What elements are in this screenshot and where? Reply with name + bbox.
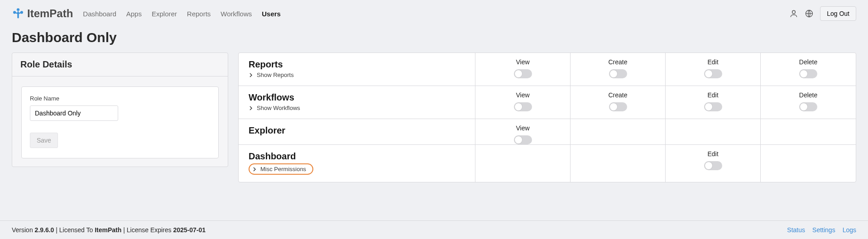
toggle-reports-edit[interactable]: [704, 69, 722, 78]
svg-point-3: [792, 10, 796, 14]
perm-cell-empty: [571, 119, 666, 144]
role-name-label: Role Name: [30, 95, 210, 102]
permissions-table: Reports Show Reports View Create Edit De…: [238, 53, 856, 182]
toggle-workflows-delete[interactable]: [799, 102, 817, 111]
perm-row-workflows: Workflows Show Workflows View Create Edi…: [239, 86, 856, 119]
perm-expand-dashboard[interactable]: Misc Permissions: [249, 163, 313, 175]
nav-item-dashboard[interactable]: Dashboard: [83, 10, 116, 18]
footer: Version 2.9.6.0 | Licensed To ItemPath |…: [0, 220, 868, 239]
toggle-reports-view[interactable]: [514, 69, 532, 78]
perm-cell-empty: [761, 145, 856, 182]
toggle-workflows-edit[interactable]: [704, 102, 722, 111]
perm-cell-empty: [666, 119, 761, 144]
role-details-header: Role Details: [12, 53, 228, 76]
main-nav: Dashboard Apps Explorer Reports Workflow…: [83, 10, 281, 18]
page-title: Dashboard Only: [0, 24, 868, 53]
toggle-dashboard-edit[interactable]: [704, 161, 722, 170]
chevron-right-icon: [252, 167, 257, 172]
brand-logo[interactable]: ItemPath: [12, 7, 73, 20]
perm-col-create: Create: [608, 58, 627, 66]
topbar-right: Log Out: [789, 6, 856, 21]
toggle-reports-delete[interactable]: [799, 69, 817, 78]
perm-title: Workflows: [249, 92, 466, 103]
perm-expand-workflows[interactable]: Show Workflows: [249, 105, 466, 111]
perm-row-explorer: Explorer View: [239, 119, 856, 145]
content-area: Role Details Role Name Save Reports Show…: [0, 53, 868, 182]
perm-col-delete: Delete: [799, 91, 817, 99]
footer-links: Status Settings Logs: [787, 226, 856, 234]
role-details-form: Role Name Save: [21, 86, 219, 158]
perm-sub-label: Misc Permissions: [260, 166, 306, 172]
brand-name: ItemPath: [27, 7, 73, 20]
chevron-right-icon: [249, 73, 253, 77]
nav-item-apps[interactable]: Apps: [126, 10, 142, 18]
perm-cell-empty: [571, 145, 666, 182]
footer-link-status[interactable]: Status: [787, 226, 805, 234]
perm-cell-empty: [475, 145, 571, 182]
user-icon[interactable]: [789, 9, 798, 18]
nav-item-explorer[interactable]: Explorer: [152, 10, 177, 18]
perm-row-dashboard: Dashboard Misc Permissions Edit: [239, 145, 856, 182]
toggle-workflows-create[interactable]: [609, 102, 627, 111]
globe-icon[interactable]: [805, 9, 814, 18]
perm-cell-empty: [761, 119, 856, 144]
toggle-workflows-view[interactable]: [514, 102, 532, 111]
footer-link-logs[interactable]: Logs: [843, 226, 856, 234]
perm-col-edit: Edit: [707, 58, 718, 66]
svg-point-0: [17, 8, 19, 11]
footer-info: Version 2.9.6.0 | Licensed To ItemPath |…: [12, 226, 206, 234]
nav-item-users[interactable]: Users: [262, 10, 281, 18]
perm-title: Reports: [249, 59, 466, 70]
toggle-reports-create[interactable]: [609, 69, 627, 78]
logout-button[interactable]: Log Out: [820, 6, 856, 21]
perm-col-delete: Delete: [799, 58, 817, 66]
perm-sub-label: Show Workflows: [257, 105, 300, 111]
perm-col-create: Create: [608, 91, 627, 99]
perm-col-view: View: [516, 91, 529, 99]
top-navbar: ItemPath Dashboard Apps Explorer Reports…: [0, 0, 868, 24]
perm-row-reports: Reports Show Reports View Create Edit De…: [239, 53, 856, 86]
perm-title: Explorer: [249, 125, 466, 136]
save-button[interactable]: Save: [30, 133, 58, 148]
perm-sub-label: Show Reports: [257, 72, 294, 78]
footer-link-settings[interactable]: Settings: [812, 226, 835, 234]
perm-col-view: View: [516, 124, 529, 132]
perm-col-edit: Edit: [707, 150, 718, 158]
perm-col-edit: Edit: [707, 91, 718, 99]
role-name-input[interactable]: [30, 105, 118, 121]
perm-col-view: View: [516, 58, 529, 66]
brand-logo-icon: [12, 7, 24, 20]
perm-expand-reports[interactable]: Show Reports: [249, 72, 466, 78]
nav-item-workflows[interactable]: Workflows: [221, 10, 252, 18]
chevron-right-icon: [249, 106, 253, 110]
perm-title: Dashboard: [249, 151, 466, 162]
nav-item-reports[interactable]: Reports: [187, 10, 211, 18]
role-details-card: Role Details Role Name Save: [12, 53, 228, 167]
toggle-explorer-view[interactable]: [514, 135, 532, 144]
